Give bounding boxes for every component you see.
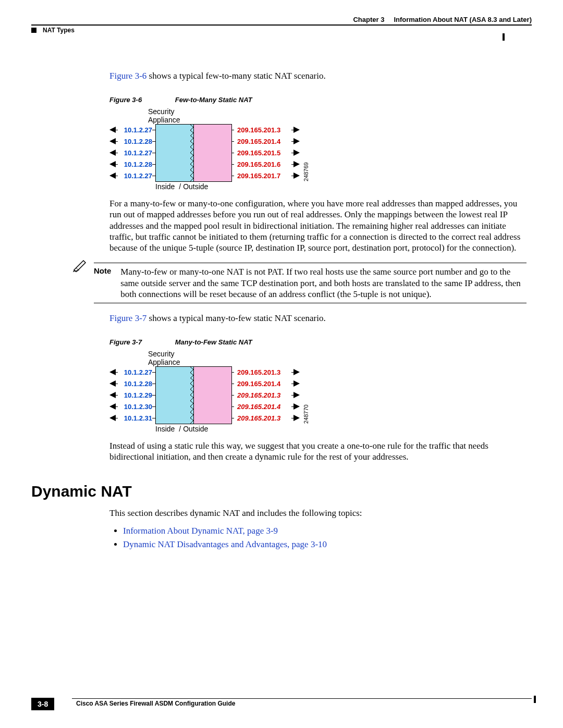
nat-mapping-row: 10.1.2.28209.165.201.4 xyxy=(109,378,300,389)
chapter-title: Information About NAT (ASA 8.3 and Later… xyxy=(394,16,532,23)
outside-ip: 209.165.201.4 xyxy=(234,380,291,388)
section-heading-dynamic-nat: Dynamic NAT xyxy=(31,483,527,500)
nat-mapping-row: 10.1.2.27209.165.201.3 xyxy=(109,366,300,378)
topic-link-2[interactable]: Dynamic NAT Disadvantages and Advantages… xyxy=(123,539,327,549)
arrow-right-icon xyxy=(293,161,300,167)
arrow-right-icon xyxy=(293,415,300,421)
inside-ip: 10.1.2.28 xyxy=(118,380,152,388)
inside-box xyxy=(155,412,194,424)
arrow-left-icon xyxy=(109,150,116,156)
inside-outside-labels: Inside Outside xyxy=(155,182,527,191)
outside-box xyxy=(194,401,232,412)
outside-box xyxy=(194,412,232,424)
outside-box xyxy=(194,378,232,389)
nat-mapping-row: 10.1.2.31209.165.201.3 xyxy=(109,412,300,424)
inside-box xyxy=(155,147,194,158)
section-breadcrumb: NAT Types xyxy=(43,27,75,34)
inside-box xyxy=(155,366,194,378)
outside-box xyxy=(194,147,232,158)
note-pencil-icon xyxy=(72,256,88,274)
outside-ip: 209.165.201.3 xyxy=(234,368,291,376)
arrow-right-icon xyxy=(293,138,300,144)
paragraph-dynamic-intro: This section describes dynamic NAT and i… xyxy=(109,508,527,519)
inside-ip: 10.1.2.29 xyxy=(118,391,152,399)
figure-6-link[interactable]: Figure 3-6 xyxy=(109,71,146,81)
figure-6-label: Figure 3-6 Few-to-Many Static NAT xyxy=(109,96,527,104)
arrow-right-icon xyxy=(293,369,300,375)
arrow-right-icon xyxy=(293,380,300,387)
arrow-right-icon xyxy=(293,127,300,133)
nat-mapping-row: 10.1.2.28209.165.201.4 xyxy=(109,135,300,147)
inside-ip: 10.1.2.28 xyxy=(118,161,152,168)
inside-ip: 10.1.2.27 xyxy=(118,126,152,134)
figure-7-diagram: SecurityAppliance 10.1.2.27209.165.201.3… xyxy=(109,350,527,433)
outside-ip: 209.165.201.4 xyxy=(234,138,291,145)
outside-ip: 209.165.201.3 xyxy=(234,126,291,134)
nat-mapping-row: 10.1.2.30209.165.201.4 xyxy=(109,401,300,412)
chapter-number: Chapter 3 xyxy=(353,16,384,23)
figure-7-code: 248770 xyxy=(303,405,309,424)
topic-link-1[interactable]: Information About Dynamic NAT, page 3-9 xyxy=(123,526,278,536)
inside-box xyxy=(155,135,194,147)
outside-box xyxy=(194,366,232,378)
arrow-right-icon xyxy=(293,403,300,410)
nat-mapping-row: 10.1.2.28209.165.201.6 xyxy=(109,158,300,170)
appliance-label: SecurityAppliance xyxy=(148,350,527,366)
list-item: Information About Dynamic NAT, page 3-9 xyxy=(123,526,527,536)
inside-ip: 10.1.2.30 xyxy=(118,403,152,411)
paragraph-suggestion: Instead of using a static rule this way,… xyxy=(109,440,527,463)
arrow-left-icon xyxy=(109,161,116,167)
outside-ip: 209.165.201.4 xyxy=(234,403,291,411)
appliance-label: SecurityAppliance xyxy=(148,108,527,124)
inside-ip: 10.1.2.27 xyxy=(118,368,152,376)
outside-ip: 209.165.201.3 xyxy=(234,414,291,422)
nat-mapping-row: 10.1.2.27209.165.201.3 xyxy=(109,124,300,135)
paragraph-intro-fig7: Figure 3-7 shows a typical many-to-few s… xyxy=(109,313,527,324)
arrow-left-icon xyxy=(109,392,116,398)
inside-box xyxy=(155,124,194,136)
outside-box xyxy=(194,389,232,401)
outside-box xyxy=(194,170,232,182)
page-footer: Cisco ASA Series Firewall ASDM Configura… xyxy=(31,698,532,707)
note-block: Note Many-to-few or many-to-one NAT is n… xyxy=(72,263,527,303)
arrow-left-icon xyxy=(109,138,116,144)
figure-7-label: Figure 3-7 Many-to-Few Static NAT xyxy=(109,338,527,346)
nat-mapping-row: 10.1.2.27209.165.201.5 xyxy=(109,147,300,158)
arrow-left-icon xyxy=(109,403,116,410)
arrow-left-icon xyxy=(109,415,116,421)
paragraph-many-to-few: For a many-to-few or many-to-one configu… xyxy=(109,198,527,253)
inside-ip: 10.1.2.28 xyxy=(118,138,152,145)
inside-ip: 10.1.2.31 xyxy=(118,414,152,422)
arrow-right-icon xyxy=(293,172,300,179)
figure-7-link[interactable]: Figure 3-7 xyxy=(109,313,146,323)
outside-ip: 209.165.201.6 xyxy=(234,161,291,168)
inside-box xyxy=(155,378,194,389)
header-edge-mark-icon xyxy=(503,33,505,41)
arrow-left-icon xyxy=(109,127,116,133)
outside-box xyxy=(194,135,232,147)
arrow-left-icon xyxy=(109,380,116,387)
figure-6-diagram: SecurityAppliance 10.1.2.27209.165.201.3… xyxy=(109,108,527,191)
nat-mapping-row: 10.1.2.27209.165.201.7 xyxy=(109,170,300,181)
list-item: Dynamic NAT Disadvantages and Advantages… xyxy=(123,539,527,550)
inside-box xyxy=(155,401,194,412)
inside-ip: 10.1.2.27 xyxy=(118,149,152,157)
arrow-left-icon xyxy=(109,369,116,375)
arrow-left-icon xyxy=(109,172,116,179)
nat-mapping-row: 10.1.2.29209.165.201.3 xyxy=(109,389,300,401)
page-number: 3-8 xyxy=(31,698,54,710)
outside-ip: 209.165.201.3 xyxy=(234,391,291,399)
inside-outside-labels: Inside Outside xyxy=(155,425,527,433)
topic-bullet-list: Information About Dynamic NAT, page 3-9 … xyxy=(109,526,527,550)
inside-box xyxy=(155,158,194,170)
inside-box xyxy=(155,170,194,182)
running-header: Chapter 3 Information About NAT (ASA 8.3… xyxy=(31,16,532,23)
note-label: Note xyxy=(94,266,111,300)
note-text: Many-to-few or many-to-one NAT is not PA… xyxy=(120,266,527,300)
arrow-right-icon xyxy=(293,150,300,156)
outside-box xyxy=(194,158,232,170)
header-square-icon xyxy=(31,28,36,33)
footer-guide-title: Cisco ASA Series Firewall ASDM Configura… xyxy=(76,700,532,707)
arrow-right-icon xyxy=(293,392,300,398)
outside-box xyxy=(194,124,232,136)
